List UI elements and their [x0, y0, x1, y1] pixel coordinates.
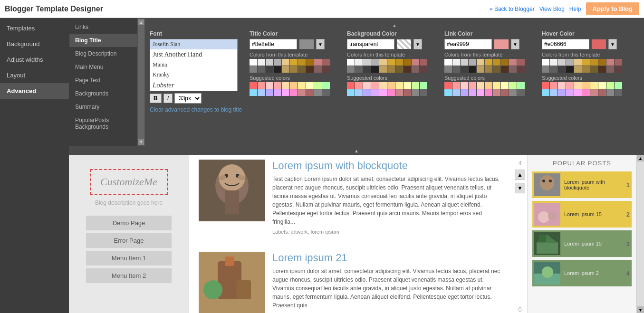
sub-nav-popular-posts-backgrounds[interactable]: PopularPosts Backgrounds [69, 114, 137, 133]
color-cell[interactable] [493, 66, 500, 73]
color-cell[interactable] [615, 59, 622, 66]
color-cell[interactable] [461, 82, 468, 89]
color-cell[interactable] [493, 89, 500, 96]
color-cell[interactable] [290, 82, 298, 89]
color-cell[interactable] [615, 66, 622, 73]
color-cell[interactable] [501, 59, 509, 66]
color-cell[interactable] [485, 59, 492, 66]
color-cell[interactable] [322, 89, 330, 96]
title-color-swatch[interactable] [299, 39, 314, 49]
color-cell[interactable] [395, 66, 403, 73]
color-cell[interactable] [485, 89, 492, 96]
color-cell[interactable] [477, 82, 484, 89]
sub-nav-backgrounds[interactable]: Backgrounds [69, 87, 137, 100]
color-cell[interactable] [371, 89, 379, 96]
color-cell[interactable] [477, 89, 484, 96]
color-cell[interactable] [461, 66, 468, 73]
color-cell[interactable] [420, 59, 427, 66]
color-cell[interactable] [444, 89, 452, 96]
color-cell[interactable] [509, 82, 517, 89]
main-scrollbar[interactable]: ▲ ▼ [636, 155, 644, 313]
color-cell[interactable] [452, 66, 460, 73]
color-cell[interactable] [582, 82, 590, 89]
color-cell[interactable] [404, 89, 411, 96]
color-cell[interactable] [274, 59, 281, 66]
background-color-dropdown[interactable]: ▼ [413, 39, 422, 49]
sidebar-item-advanced[interactable]: Advanced [0, 83, 69, 99]
color-cell[interactable] [322, 59, 330, 66]
color-cell[interactable] [322, 66, 330, 73]
sub-nav-blog-description[interactable]: Blog Description [69, 47, 137, 60]
color-cell[interactable] [266, 89, 273, 96]
color-cell[interactable] [598, 66, 606, 73]
color-cell[interactable] [493, 59, 500, 66]
color-cell[interactable] [250, 82, 257, 89]
color-cell[interactable] [590, 66, 598, 73]
color-cell[interactable] [306, 59, 314, 66]
color-cell[interactable] [412, 82, 419, 89]
color-cell[interactable] [509, 89, 517, 96]
color-cell[interactable] [598, 82, 606, 89]
color-cell[interactable] [250, 66, 257, 73]
color-cell[interactable] [485, 82, 492, 89]
color-cell[interactable] [258, 82, 265, 89]
color-cell[interactable] [558, 66, 566, 73]
sub-nav-summary[interactable]: Summary [69, 100, 137, 114]
color-cell[interactable] [606, 66, 614, 73]
color-cell[interactable] [461, 89, 468, 96]
color-cell[interactable] [363, 59, 371, 66]
color-cell[interactable] [314, 59, 322, 66]
italic-button[interactable]: I [163, 94, 173, 103]
color-cell[interactable] [258, 66, 265, 73]
color-cell[interactable] [420, 66, 427, 73]
color-cell[interactable] [404, 59, 411, 66]
vote-up-button-1[interactable]: ▲ [515, 170, 525, 180]
color-cell[interactable] [363, 66, 371, 73]
color-cell[interactable] [306, 66, 314, 73]
color-cell[interactable] [606, 89, 614, 96]
color-cell[interactable] [558, 89, 566, 96]
color-cell[interactable] [452, 59, 460, 66]
color-cell[interactable] [550, 59, 557, 66]
color-cell[interactable] [477, 59, 484, 66]
color-cell[interactable] [258, 89, 265, 96]
color-cell[interactable] [347, 82, 355, 89]
main-scroll-up[interactable]: ▲ [637, 155, 644, 161]
color-cell[interactable] [412, 59, 419, 66]
font-item-mania[interactable]: Mania [150, 60, 237, 70]
scroll-down-button[interactable]: ▼ [138, 139, 144, 145]
color-cell[interactable] [606, 82, 614, 89]
color-cell[interactable] [290, 89, 298, 96]
color-cell[interactable] [550, 82, 557, 89]
color-cell[interactable] [590, 82, 598, 89]
color-cell[interactable] [379, 66, 387, 73]
sub-nav-links[interactable]: Links [69, 20, 137, 34]
view-blog-link[interactable]: View Blog [539, 6, 565, 12]
color-cell[interactable] [371, 66, 379, 73]
color-cell[interactable] [371, 59, 379, 66]
title-color-dropdown[interactable]: ▼ [316, 39, 325, 49]
color-cell[interactable] [266, 66, 273, 73]
help-link[interactable]: Help [569, 6, 581, 12]
color-cell[interactable] [452, 89, 460, 96]
color-cell[interactable] [314, 66, 322, 73]
color-cell[interactable] [363, 82, 371, 89]
color-cell[interactable] [395, 89, 403, 96]
link-color-swatch[interactable] [494, 39, 509, 49]
color-cell[interactable] [566, 59, 574, 66]
color-cell[interactable] [298, 89, 306, 96]
color-cell[interactable] [469, 89, 476, 96]
color-cell[interactable] [517, 59, 525, 66]
color-cell[interactable] [395, 82, 403, 89]
color-cell[interactable] [542, 89, 549, 96]
color-cell[interactable] [420, 82, 427, 89]
main-scroll-down[interactable]: ▼ [637, 306, 644, 313]
color-cell[interactable] [387, 89, 395, 96]
color-cell[interactable] [582, 66, 590, 73]
bold-button[interactable]: B [150, 94, 162, 103]
sidebar-item-templates[interactable]: Templates [0, 20, 69, 36]
color-cell[interactable] [444, 66, 452, 73]
font-item-just-another-hand[interactable]: Just Another Hand [150, 49, 237, 60]
color-cell[interactable] [306, 89, 314, 96]
color-cell[interactable] [566, 66, 574, 73]
